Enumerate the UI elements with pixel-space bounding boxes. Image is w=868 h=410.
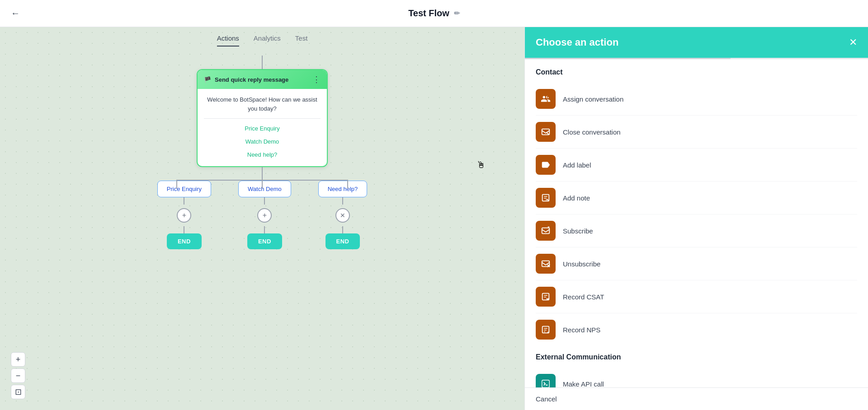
quick-replies: Price Enquiry Watch Demo Need help? (204, 118, 321, 160)
action-close-conversation[interactable]: Close conversation (536, 116, 857, 149)
branch-label-demo[interactable]: Watch Demo (238, 181, 291, 197)
note-icon (536, 188, 556, 208)
action-unsubscribe[interactable]: Unsubscribe (536, 247, 857, 280)
unsubscribe-label: Unsubscribe (563, 260, 600, 268)
action-record-csat[interactable]: Record CSAT (536, 280, 857, 313)
unsubscribe-icon (536, 254, 556, 274)
branch3-v-line2 (342, 226, 343, 233)
close-conv-icon (536, 122, 556, 142)
external-comm-title: External Communication (536, 353, 857, 361)
quick-reply-3[interactable]: Need help? (204, 149, 321, 160)
branch2-v-line2 (264, 226, 265, 233)
card-branch-connector (262, 167, 263, 180)
zoom-in-button[interactable]: + (11, 352, 25, 367)
header: ← Test Flow ✏ (0, 0, 868, 27)
svg-line-3 (547, 132, 549, 135)
panel-scroll[interactable]: Contact + Assign conversation (525, 59, 868, 387)
branch-watch-demo: Watch Demo + END (238, 181, 291, 249)
zoom-controls: + − ⊡ (11, 352, 25, 399)
note-label: Add note (563, 194, 590, 202)
edit-icon[interactable]: ✏ (454, 9, 460, 18)
cancel-button[interactable]: Cancel (536, 395, 557, 403)
assign-icon: + (536, 89, 556, 109)
action-record-nps[interactable]: Record NPS (536, 313, 857, 346)
csat-icon (536, 287, 556, 307)
branch2-v-line (264, 197, 265, 205)
message-card-title: 🏴 Send quick reply message (204, 76, 288, 83)
action-add-label[interactable]: Add label (536, 149, 857, 182)
contact-section-title: Contact (536, 68, 857, 76)
nps-icon (536, 320, 556, 340)
panel-header: Choose an action ✕ (525, 27, 868, 58)
quick-reply-1[interactable]: Price Enquiry (204, 123, 321, 134)
action-make-api-call[interactable]: Make API call (536, 368, 857, 387)
branch-need-help: Need help? ✕ END (318, 181, 368, 249)
top-connector (262, 56, 263, 69)
contact-section: Contact + Assign conversation (536, 68, 857, 346)
close-conv-label: Close conversation (563, 128, 621, 136)
branch2-end: END (247, 233, 282, 249)
branch3-end: END (326, 233, 360, 249)
tabs-bar: Actions Analytics Test (0, 27, 524, 47)
subscribe-label: Subscribe (563, 227, 593, 235)
branch-price-enquiry: Price Enquiry + END (157, 181, 211, 249)
zoom-out-button[interactable]: − (11, 368, 25, 383)
scroll-indicator (525, 58, 868, 59)
external-comm-section: External Communication Make API call (536, 353, 857, 387)
csat-label: Record CSAT (563, 293, 604, 301)
page-title: Test Flow ✏ (408, 8, 460, 19)
svg-text:+: + (547, 96, 549, 100)
flag-icon: 🏴 (204, 76, 211, 83)
panel-close-button[interactable]: ✕ (849, 37, 857, 48)
action-subscribe[interactable]: Subscribe (536, 214, 857, 247)
tab-actions[interactable]: Actions (217, 34, 239, 47)
branch1-add-button[interactable]: + (177, 208, 191, 223)
label-label: Add label (563, 161, 591, 169)
canvas-area: Actions Analytics Test 🏴 Send quick repl… (0, 27, 524, 410)
flow-container: 🏴 Send quick reply message ⋮ Welcome to … (0, 47, 524, 410)
action-assign-conversation[interactable]: + Assign conversation (536, 83, 857, 116)
branch1-v-line2 (184, 226, 184, 233)
subscribe-icon (536, 221, 556, 241)
branch-nodes: Price Enquiry + END Watch Demo + END (157, 181, 367, 249)
message-text: Welcome to BotSpace! How can we assist y… (204, 95, 321, 113)
label-icon (536, 155, 556, 175)
main-layout: Actions Analytics Test 🏴 Send quick repl… (0, 27, 868, 410)
branch3-close-button[interactable]: ✕ (335, 208, 350, 223)
branch3-v-line (342, 197, 343, 205)
panel-title: Choose an action (536, 37, 618, 48)
api-label: Make API call (563, 380, 604, 388)
quick-reply-2[interactable]: Watch Demo (204, 136, 321, 147)
right-panel: Choose an action ✕ Contact + (524, 27, 868, 410)
message-card-header: 🏴 Send quick reply message ⋮ (198, 70, 327, 89)
card-menu-icon[interactable]: ⋮ (312, 75, 321, 84)
fit-button[interactable]: ⊡ (11, 385, 25, 399)
branches-section: Price Enquiry + END Watch Demo + END (157, 180, 367, 249)
h-connector (176, 180, 348, 181)
branch1-end: END (167, 233, 202, 249)
panel-footer: Cancel (525, 387, 868, 410)
api-icon (536, 374, 556, 387)
action-add-note[interactable]: Add note (536, 182, 857, 214)
tab-analytics[interactable]: Analytics (254, 34, 281, 47)
branch-label-price[interactable]: Price Enquiry (157, 181, 211, 197)
branch1-v-line (184, 197, 184, 205)
tab-test[interactable]: Test (295, 34, 308, 47)
branch-label-help[interactable]: Need help? (318, 181, 368, 197)
branch2-add-button[interactable]: + (257, 208, 272, 223)
message-card: 🏴 Send quick reply message ⋮ Welcome to … (197, 69, 328, 167)
message-card-body: Welcome to BotSpace! How can we assist y… (198, 89, 327, 166)
assign-label: Assign conversation (563, 95, 623, 103)
back-button[interactable]: ← (11, 8, 20, 19)
nps-label: Record NPS (563, 326, 600, 334)
